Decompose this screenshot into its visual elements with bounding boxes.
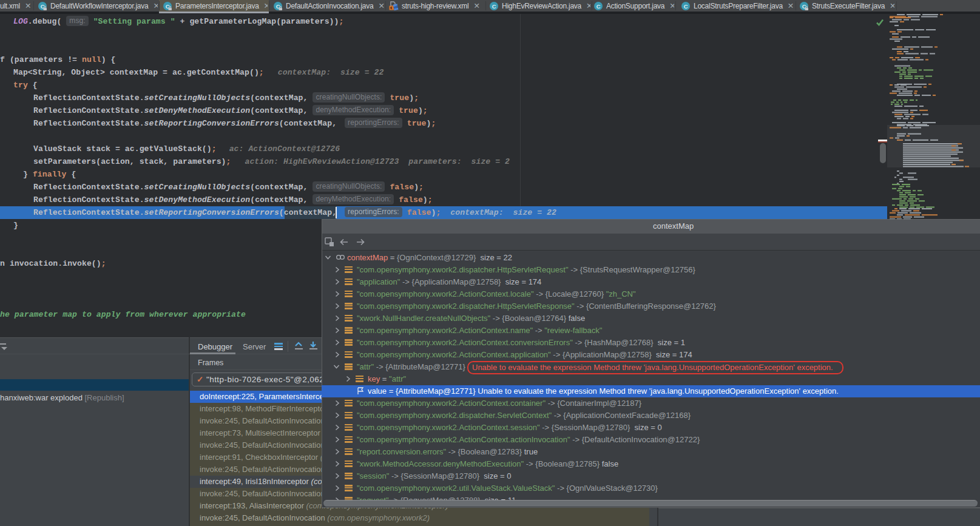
svg-text:C: C xyxy=(596,2,601,9)
svg-text:C: C xyxy=(492,2,496,9)
svg-text:C: C xyxy=(684,2,688,9)
